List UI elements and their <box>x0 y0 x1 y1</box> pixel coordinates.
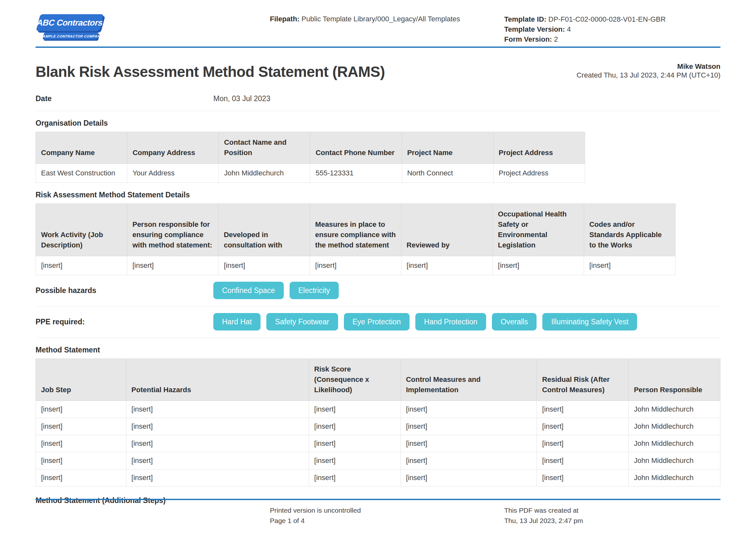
method-statement-table: Job Step Potential Hazards Risk Score (C… <box>36 359 720 487</box>
hazard-chip: Confined Space <box>213 282 284 299</box>
table-cell: [insert] <box>126 401 309 418</box>
table-cell: [insert] <box>36 401 126 418</box>
column-header: Project Name <box>402 132 493 164</box>
ppe-chip: Eye Protection <box>344 313 410 330</box>
column-header: Control Measures and Implementation <box>400 359 536 401</box>
table-cell: [insert] <box>400 452 536 470</box>
column-header: Person Responsible <box>629 359 720 401</box>
ppe-chip: Hand Protection <box>415 313 486 330</box>
template-id-label: Template ID: <box>504 15 546 23</box>
column-header: Measures in place to ensure compliance w… <box>310 204 401 256</box>
column-header: Occupational Health Safety or Environmen… <box>493 204 584 256</box>
table-cell: John Middlechurch <box>629 401 720 418</box>
template-version-label: Template Version: <box>504 25 565 33</box>
table-cell: [insert] <box>36 452 126 470</box>
company-logo-strip: EXAMPLE CONTRACTOR COMPANY <box>42 33 98 39</box>
table-cell: [insert] <box>400 470 536 487</box>
title-row: Blank Risk Assessment Method Statement (… <box>36 62 720 80</box>
column-header: Codes and/or Standards Applicable to the… <box>584 204 676 256</box>
organisation-details-table: Company Name Company Address Contact Nam… <box>36 132 585 183</box>
section-heading-rams-details: Risk Assessment Method Statement Details <box>36 191 720 199</box>
table-row: [insert] [insert] [insert] [insert] [ins… <box>36 435 720 452</box>
table-cell: [insert] <box>127 256 219 275</box>
table-row: [insert] [insert] [insert] [insert] [ins… <box>36 401 720 418</box>
table-cell: John Middlechurch <box>629 470 720 487</box>
column-header: Work Activity (Job Description) <box>36 204 127 256</box>
table-row: [insert] [insert] [insert] [insert] [ins… <box>36 452 720 470</box>
ppe-chip: Illuminating Safety Vest <box>542 313 637 330</box>
created-block: Mike Watson Created Thu, 13 Jul 2023, 2:… <box>577 62 720 80</box>
ppe-chip: Hard Hat <box>213 313 260 330</box>
hazard-chips: Confined Space Electricity <box>213 282 344 299</box>
table-cell: [insert] <box>126 452 309 470</box>
page-title: Blank Risk Assessment Method Statement (… <box>36 63 385 80</box>
footer-printed-note: Printed version is uncontrolled <box>270 505 361 516</box>
date-label: Date <box>36 94 213 103</box>
table-cell: [insert] <box>36 418 126 435</box>
table-cell: [insert] <box>309 435 401 452</box>
filepath-label: Filepath: <box>270 15 300 23</box>
table-cell: [insert] <box>401 256 493 275</box>
table-cell: Your Address <box>127 164 219 183</box>
column-header: Contact Phone Number <box>310 132 402 164</box>
table-cell: [insert] <box>309 452 401 470</box>
rams-details-table: Work Activity (Job Description) Person r… <box>36 204 676 275</box>
date-value: Mon, 03 Jul 2023 <box>213 94 270 103</box>
template-id-row: Template ID: DP-F01-C02-0000-028-V01-EN-… <box>504 14 666 24</box>
table-cell: [insert] <box>584 256 676 275</box>
document-footer: Printed version is uncontrolled Page 1 o… <box>36 499 720 529</box>
rams-document-page: ABC Contractors EXAMPLE CONTRACTOR COMPA… <box>0 0 756 534</box>
form-version-row: Form Version: 2 <box>504 34 666 44</box>
logo-title: ABC Contractors <box>36 18 104 28</box>
table-cell: [insert] <box>400 435 536 452</box>
section-heading-method-statement: Method Statement <box>36 346 720 354</box>
column-header: Person responsible for ensuring complian… <box>127 204 219 256</box>
template-meta: Template ID: DP-F01-C02-0000-028-V01-EN-… <box>504 14 666 44</box>
table-header-row: Job Step Potential Hazards Risk Score (C… <box>36 359 720 401</box>
hazard-chip: Electricity <box>290 282 339 299</box>
date-row: Date Mon, 03 Jul 2023 <box>36 94 720 111</box>
table-cell: [insert] <box>309 470 401 487</box>
table-row: [insert] [insert] [insert] [insert] [ins… <box>36 256 676 275</box>
column-header: Project Address <box>493 132 585 164</box>
table-cell: John Middlechurch <box>629 452 720 470</box>
header-divider <box>36 46 720 48</box>
ppe-required-row: PPE required: Hard Hat Safety Footwear E… <box>36 313 720 338</box>
footer-columns: Printed version is uncontrolled Page 1 o… <box>36 500 720 529</box>
table-cell: [insert] <box>493 256 584 275</box>
table-cell: John Middlechurch <box>219 164 310 183</box>
table-cell: John Middlechurch <box>629 435 720 452</box>
footer-left: Printed version is uncontrolled Page 1 o… <box>270 505 361 526</box>
table-cell: [insert] <box>537 435 629 452</box>
section-heading-organisation-details: Organisation Details <box>36 119 720 128</box>
table-cell: 555-123331 <box>310 164 402 183</box>
ppe-required-label: PPE required: <box>36 318 213 326</box>
column-header: Residual Risk (After Control Measures) <box>537 359 629 401</box>
created-timestamp: Created Thu, 13 Jul 2023, 2:44 PM (UTC+1… <box>577 71 720 80</box>
table-cell: East West Construction <box>36 164 127 183</box>
table-cell: [insert] <box>126 470 309 487</box>
footer-page-number: Page 1 of 4 <box>270 516 361 526</box>
table-cell: North Connect <box>402 164 493 183</box>
column-header: Contact Name and Position <box>219 132 310 164</box>
table-cell: [insert] <box>400 418 536 435</box>
footer-right: This PDF was created at Thu, 13 Jul 2023… <box>504 505 583 526</box>
ppe-chip: Overalls <box>492 313 536 330</box>
column-header: Risk Score (Consequence x Likelihood) <box>309 359 401 401</box>
table-row: East West Construction Your Address John… <box>36 164 585 183</box>
table-header-row: Work Activity (Job Description) Person r… <box>36 204 676 256</box>
table-cell: [insert] <box>537 470 629 487</box>
table-cell: [insert] <box>537 452 629 470</box>
filepath: Filepath: Public Template Library/000_Le… <box>270 15 460 23</box>
table-cell: John Middlechurch <box>629 418 720 435</box>
table-cell: Project Address <box>493 164 585 183</box>
table-cell: [insert] <box>400 401 536 418</box>
company-logo-banner: ABC Contractors <box>36 14 104 31</box>
table-cell: [insert] <box>537 401 629 418</box>
table-cell: [insert] <box>126 418 309 435</box>
footer-created-timestamp: Thu, 13 Jul 2023, 2:47 pm <box>504 516 583 526</box>
table-cell: [insert] <box>219 256 310 275</box>
column-header: Job Step <box>36 359 126 401</box>
column-header: Potential Hazards <box>126 359 309 401</box>
form-version-label: Form Version: <box>504 35 552 43</box>
